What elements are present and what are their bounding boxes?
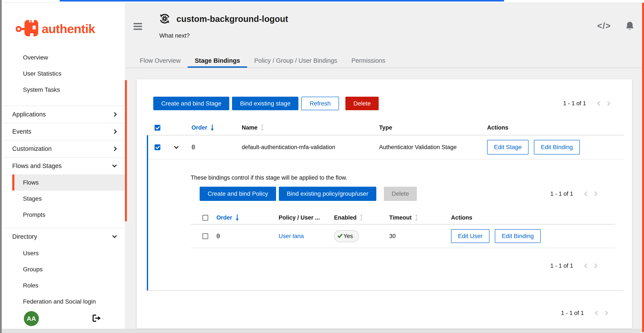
sidebar-item-federation[interactable]: Federation and Social login	[2, 293, 125, 309]
sidebar-item-applications[interactable]: Applications	[2, 106, 125, 123]
menu-icon[interactable]	[134, 23, 142, 31]
select-all-checkbox[interactable]	[202, 215, 208, 221]
stage-bindings-card: Create and bind Stage Bind existing stag…	[137, 79, 632, 328]
next-page-button[interactable]	[591, 261, 601, 271]
policy-bindings-panel: These bindings control if this stage wil…	[148, 159, 624, 290]
policy-bindings-description: These bindings control if this stage wil…	[190, 174, 615, 181]
policy-binding-row: 0 User tana Yes 30 Edit User Edit Bindin…	[190, 224, 615, 248]
chevron-left-icon	[584, 263, 589, 268]
sort-descending-icon	[210, 124, 214, 131]
column-timeout[interactable]: Timeout	[389, 214, 412, 221]
sidebar-item-roles[interactable]: Roles	[2, 277, 125, 293]
chevron-left-icon	[597, 101, 602, 106]
column-actions: Actions	[487, 124, 624, 131]
column-name[interactable]: Name	[242, 124, 258, 131]
authentik-logo[interactable]: authentik	[16, 18, 95, 39]
bind-existing-stage-button[interactable]: Bind existing stage	[232, 97, 298, 110]
sign-out-icon[interactable]	[91, 314, 101, 323]
refresh-button[interactable]: Refresh	[301, 97, 339, 110]
edit-user-button[interactable]: Edit User	[451, 229, 490, 243]
edit-stage-button[interactable]: Edit Stage	[487, 140, 528, 154]
sidebar-item-users[interactable]: Users	[2, 245, 125, 261]
row-expander-chevron-down-icon[interactable]	[174, 144, 178, 149]
sidebar-item-flows-and-stages[interactable]: Flows and Stages	[2, 157, 125, 174]
sortable-icon	[415, 214, 418, 221]
stage-bindings-table: Order Name Type Actions 0 default-authen…	[147, 120, 624, 291]
row-checkbox[interactable]	[154, 144, 160, 150]
chevron-right-icon	[593, 263, 598, 268]
sidebar-item-groups[interactable]: Groups	[2, 261, 125, 277]
sidebar-item-overview[interactable]: Overview	[2, 50, 125, 66]
sort-descending-icon	[235, 214, 239, 221]
sidebar-item-system-tasks[interactable]: System Tasks	[2, 82, 125, 98]
page-scrollbar[interactable]	[642, 3, 644, 332]
column-order[interactable]: Order	[216, 214, 232, 221]
previous-page-button[interactable]	[580, 261, 591, 271]
horizontal-scrollbar-track[interactable]	[0, 329, 644, 333]
authentik-logo-icon	[16, 18, 39, 39]
chevron-left-icon	[584, 191, 589, 196]
next-page-button[interactable]	[591, 189, 601, 199]
policy-pagination-top: 1 - 1 of 1	[550, 189, 601, 199]
column-order[interactable]: Order	[192, 124, 207, 131]
policy-toolbar: Create and bind Policy Bind existing pol…	[190, 187, 615, 201]
previous-page-button[interactable]	[593, 98, 604, 109]
edit-binding-button[interactable]: Edit Binding	[534, 140, 580, 154]
order-value: 0	[192, 144, 242, 151]
next-page-button[interactable]	[602, 308, 612, 318]
sidebar-item-events[interactable]: Events	[2, 123, 125, 140]
chevron-right-icon	[606, 101, 610, 106]
policy-delete-button[interactable]: Delete	[384, 187, 417, 201]
pagination-text: 1 - 1 of 1	[550, 262, 573, 269]
sidebar-item-customization[interactable]: Customization	[2, 140, 125, 157]
sidebar-item-directory[interactable]: Directory	[2, 228, 125, 245]
pagination-text: 1 - 1 of 1	[563, 100, 586, 107]
chevron-right-icon	[112, 112, 117, 117]
create-and-bind-stage-button[interactable]: Create and bind Stage	[153, 97, 229, 110]
sidebar-item-flows[interactable]: Flows	[12, 174, 125, 191]
previous-page-button[interactable]	[591, 308, 602, 318]
column-type: Type	[379, 124, 487, 131]
page-subtitle: What next?	[159, 32, 190, 39]
window-left-edge	[0, 0, 2, 333]
stage-pagination: 1 - 1 of 1	[563, 98, 614, 109]
sidebar-scrollbar[interactable]	[125, 80, 127, 221]
timeout-value: 30	[389, 233, 451, 239]
bind-existing-policy-button[interactable]: Bind existing policy/group/user	[279, 187, 376, 201]
chevron-right-icon	[593, 191, 598, 196]
avatar[interactable]: AA	[24, 311, 39, 326]
browser-top-strip	[2, 0, 644, 3]
stage-type: Authenticator Validation Stage	[379, 144, 487, 151]
column-enabled[interactable]: Enabled	[334, 214, 356, 221]
tab-stage-bindings[interactable]: Stage Bindings	[188, 54, 247, 68]
authentik-admin-page: authentik Overview User Statistics Syste…	[0, 0, 644, 333]
sidebar: authentik Overview User Statistics Syste…	[2, 3, 125, 329]
tab-permissions[interactable]: Permissions	[344, 54, 392, 68]
column-policy-user: Policy / User ...	[279, 214, 334, 221]
tab-flow-overview[interactable]: Flow Overview	[133, 54, 188, 68]
stage-name: default-authentication-mfa-validation	[242, 144, 379, 151]
chevron-down-icon	[112, 163, 117, 167]
tab-policy-group-user-bindings[interactable]: Policy / Group / User Bindings	[247, 54, 344, 68]
edit-binding-button[interactable]: Edit Binding	[495, 229, 540, 243]
next-page-button[interactable]	[604, 98, 614, 109]
policy-bindings-table: Order Policy / User ... Enabled Timeout …	[190, 211, 615, 248]
sidebar-item-user-statistics[interactable]: User Statistics	[2, 66, 125, 82]
delete-button[interactable]: Delete	[346, 97, 379, 110]
create-and-bind-policy-button[interactable]: Create and bind Policy	[200, 187, 276, 201]
notifications-bell-icon[interactable]	[624, 21, 636, 33]
select-all-checkbox[interactable]	[154, 125, 160, 131]
api-code-icon[interactable]: </>	[597, 21, 611, 31]
previous-page-button[interactable]	[580, 189, 591, 199]
card-pagination: 1 - 1 of 1	[137, 308, 632, 318]
sidebar-item-stages[interactable]: Stages	[2, 191, 125, 207]
sidebar-item-prompts[interactable]: Prompts	[2, 207, 125, 223]
row-checkbox[interactable]	[202, 233, 208, 239]
tab-bar: Flow Overview Stage Bindings Policy / Gr…	[125, 54, 642, 68]
user-link[interactable]: User tana	[279, 233, 334, 239]
policy-pagination-bottom: 1 - 1 of 1	[190, 261, 615, 290]
enabled-badge: Yes	[334, 230, 359, 242]
chevron-right-icon	[112, 147, 117, 151]
authentik-logo-text: authentik	[42, 22, 95, 36]
stage-table-header: Order Name Type Actions	[147, 120, 624, 135]
